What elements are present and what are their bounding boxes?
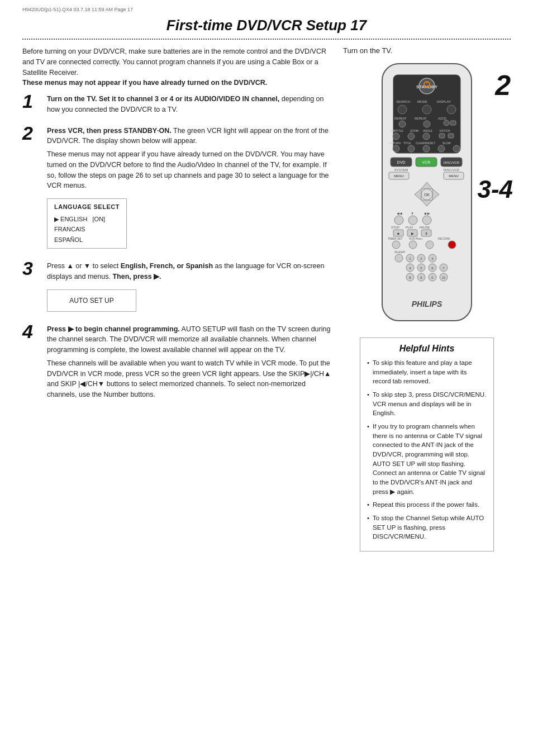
intro-text: Before turning on your DVD/VCR, make sur…: [22, 46, 332, 88]
svg-text:⏸: ⏸: [425, 232, 428, 235]
svg-point-32: [393, 145, 399, 152]
svg-text:CLEAR/RESET: CLEAR/RESET: [416, 141, 435, 145]
svg-text:MODE: MODE: [417, 100, 427, 103]
svg-point-73: [392, 241, 400, 249]
step-4-content: Press ▶ to begin channel programming. AU…: [47, 324, 332, 403]
svg-text:REPEAT: REPEAT: [394, 117, 407, 120]
svg-text:▶▶: ▶▶: [425, 212, 430, 215]
step-2-extra: These menus may not appear if you have a…: [47, 149, 332, 191]
svg-text:SEARCH: SEARCH: [396, 100, 410, 103]
helpful-hints-box: Helpful Hints To skip this feature and p…: [360, 337, 494, 551]
svg-point-35: [438, 145, 445, 152]
svg-text:DST/CH: DST/CH: [440, 129, 450, 132]
main-layout: Before turning on your DVD/VCR, make sur…: [22, 46, 511, 551]
step-1-number: 1: [22, 92, 42, 111]
hint-4: Repeat this process if the power fails.: [367, 500, 487, 510]
step-4-number: 4: [22, 322, 42, 341]
language-select-title: LANGUAGE SELECT: [54, 202, 120, 212]
svg-rect-18: [450, 121, 456, 125]
svg-text:RECORD: RECORD: [438, 237, 450, 240]
svg-point-76: [448, 241, 456, 249]
intro-paragraph2: These menus may not appear if you have a…: [22, 79, 267, 87]
svg-rect-26: [439, 134, 445, 138]
step-4-extra: These channels will be available when yo…: [47, 358, 332, 400]
right-step34-label: 3-4: [477, 175, 513, 203]
svg-point-11: [447, 105, 456, 114]
svg-text:RETURN: RETURN: [389, 141, 401, 145]
svg-point-60: [422, 216, 431, 225]
svg-point-17: [444, 120, 449, 126]
step-2-content: Press VCR, then press STANDBY·ON. The gr…: [47, 126, 332, 254]
svg-text:ZOOM: ZOOM: [410, 129, 418, 132]
auto-setup-text: AUTO SET UP: [69, 297, 114, 305]
svg-text:ANGLE: ANGLE: [423, 129, 433, 132]
step-3-block: 3 Press ▲ or ▼ to select English, French…: [22, 261, 332, 316]
step-2-main: Press VCR, then press STANDBY·ON. The gr…: [47, 126, 332, 147]
step-3-content: Press ▲ or ▼ to select English, French, …: [47, 261, 332, 316]
dotted-separator: [22, 39, 511, 40]
step-2-block: 2 Press VCR, then press STANDBY·ON. The …: [22, 126, 332, 254]
svg-text:MENU: MENU: [394, 174, 404, 178]
svg-text:TITLE: TITLE: [403, 141, 411, 145]
svg-point-16: [423, 121, 430, 127]
svg-point-33: [408, 145, 415, 152]
hints-list: To skip this feature and play a tape imm…: [367, 358, 487, 541]
svg-text:PLAY: PLAY: [406, 226, 413, 229]
svg-text:DISPLAY: DISPLAY: [437, 100, 451, 103]
svg-text:SUBTITLE: SUBTITLE: [390, 129, 404, 132]
remote-area: Turn on the TV. 2 3-4: [343, 46, 511, 551]
svg-point-74: [409, 241, 417, 249]
right-step1-label: Turn on the TV.: [343, 46, 392, 55]
svg-text:DVD: DVD: [397, 160, 406, 164]
svg-point-25: [423, 133, 430, 140]
svg-point-23: [393, 133, 399, 140]
svg-text:A2CD: A2CD: [438, 117, 446, 120]
step-1-block: 1 Turn on the TV. Set it to channel 3 or…: [22, 94, 332, 118]
step-4-block: 4 Press ▶ to begin channel programming. …: [22, 324, 332, 403]
svg-text:VCR Plus+: VCR Plus+: [409, 237, 423, 240]
svg-point-58: [394, 216, 403, 225]
left-column: Before turning on your DVD/VCR, make sur…: [22, 46, 332, 551]
hint-3: If you try to program channels when ther…: [367, 422, 487, 496]
svg-text:PHILIPS: PHILIPS: [412, 299, 442, 308]
page-container: H9420UD(p1-51).QX4 03.7.18 11:59 AM Page…: [0, 0, 533, 756]
svg-text:▶: ▶: [411, 232, 414, 235]
right-column: Turn on the TV. 2 3-4: [343, 46, 511, 551]
hint-2: To skip step 3, press DISC/VCR/MENU. VCR…: [367, 390, 487, 418]
svg-text:■: ■: [397, 232, 399, 235]
lang-english: ENGLISH [ON]: [54, 214, 120, 225]
auto-setup-box: AUTO SET UP: [47, 289, 136, 312]
svg-text:SYSTEM: SYSTEM: [394, 168, 408, 172]
svg-text:STOP: STOP: [391, 226, 399, 229]
step-1-text: Turn on the TV. Set it to channel 3 or 4…: [47, 94, 332, 115]
svg-point-34: [423, 145, 430, 152]
svg-text:OK: OK: [424, 193, 430, 197]
svg-point-78: [395, 254, 403, 262]
helpful-hints-title: Helpful Hints: [367, 344, 487, 354]
page-title: First-time DVD/VCR Setup 17: [166, 17, 367, 34]
svg-text:MENU: MENU: [449, 174, 459, 178]
svg-text:▼: ▼: [411, 212, 414, 215]
svg-point-15: [399, 121, 406, 127]
svg-text:10: 10: [442, 276, 445, 279]
svg-point-9: [398, 105, 407, 114]
step-1-content: Turn on the TV. Set it to channel 3 or 4…: [47, 94, 332, 118]
svg-text:◀◀: ◀◀: [397, 212, 402, 215]
lang-francais: FRANCAIS: [54, 224, 120, 235]
hint-1: To skip this feature and play a tape imm…: [367, 358, 487, 386]
remote-illustration: 2 3-4 STANDBY: [360, 58, 494, 332]
svg-point-36: [453, 145, 460, 152]
svg-text:DISC/VCR: DISC/VCR: [444, 168, 460, 172]
page-header: First-time DVD/VCR Setup 17: [22, 17, 511, 34]
lang-espanol: ESPAÑOL: [54, 235, 120, 245]
step-3-text: Press ▲ or ▼ to select English, French, …: [47, 261, 332, 282]
svg-text:SLOW: SLOW: [442, 141, 451, 145]
step-2-number: 2: [22, 123, 42, 142]
svg-text:SLEEP: SLEEP: [394, 250, 405, 254]
remote-control-svg: STANDBY SEARCH MODE DISPLAY REPE: [365, 58, 488, 332]
svg-point-24: [408, 133, 415, 140]
svg-point-59: [408, 216, 417, 225]
language-select-box: LANGUAGE SELECT ENGLISH [ON] FRANCAIS ES…: [47, 198, 127, 249]
svg-text:VCR: VCR: [422, 160, 431, 164]
hint-5: To stop the Channel Setup while AUTO SET…: [367, 513, 487, 541]
